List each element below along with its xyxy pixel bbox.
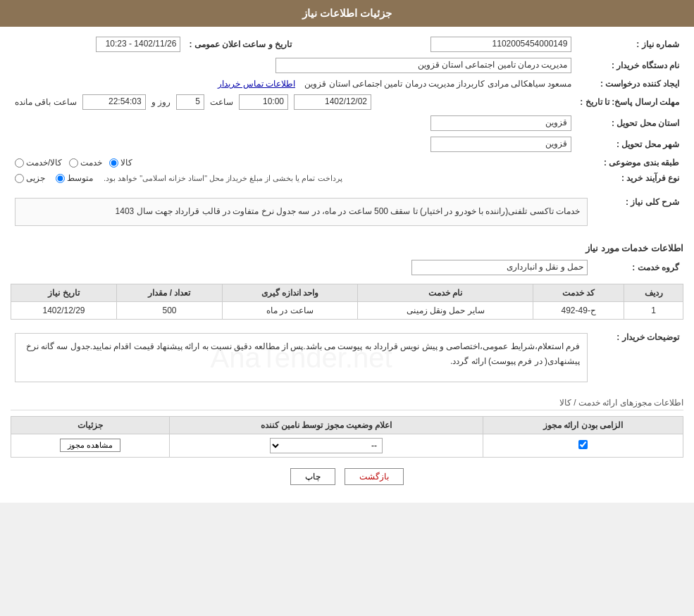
and-label: روز و — [151, 97, 171, 107]
row-shomare-tarikh: شماره نیاز : 1102005454000149 تاریخ و سا… — [11, 34, 683, 55]
tabaqe-label: طبقه بندی موضوعی : — [576, 155, 683, 170]
nam-dastgah-label: نام دستگاه خریدار : — [576, 55, 683, 76]
remaining-input: 22:54:03 — [82, 94, 146, 110]
cell-vahedAndaze: ساعت در ماه — [222, 301, 357, 319]
sharh-niaz-table: شرح کلی نیاز : خدمات تاکسی تلفنی(راننده … — [11, 191, 683, 236]
services-table: ردیف کد خدمت نام خدمت واحد اندازه گیری ت… — [11, 284, 683, 320]
tarikh-elaan-label: تاریخ و ساعت اعلان عمومی : — [185, 34, 296, 55]
shomare-niaz-value: 1102005454000149 — [296, 34, 576, 55]
ostan-input: قزوین — [430, 115, 571, 131]
remaining-label: ساعت باقی مانده — [15, 97, 77, 107]
nam-dastgah-input: مدیریت درمان تامین اجتماعی استان قزوین — [275, 58, 571, 73]
back-button[interactable]: بازگشت — [345, 468, 404, 485]
view-permit-button[interactable]: مشاهده مجوز — [60, 439, 120, 452]
nam-dastgah-value: مدیریت درمان تامین اجتماعی استان قزوین — [11, 55, 576, 76]
permits-table-body: --مشاهده مجوز — [11, 434, 683, 457]
row-mohlat-ersal: مهلت ارسال پاسخ: تا تاریخ : ساعت باقی ما… — [11, 92, 683, 113]
permits-header-row: الزامی بودن ارائه مجوز اعلام وضعیت مجوز … — [11, 416, 683, 434]
page-header: جزئیات اطلاعات نیاز — [0, 0, 694, 27]
ijad-konande-value: مسعود سیاهکالی مرادی کاربرداز مدیریت درم… — [11, 76, 576, 92]
services-table-head: ردیف کد خدمت نام خدمت واحد اندازه گیری ت… — [11, 284, 683, 301]
cell-tedadMeqdar: 500 — [117, 301, 223, 319]
col-joziyat: جزئیات — [11, 416, 170, 434]
radio-kala-khedmat: کالا/خدمت — [15, 158, 62, 168]
radio-motavasset-input[interactable] — [56, 174, 65, 183]
col-elzam: الزامی بودن ارائه مجوز — [483, 416, 683, 434]
mohlat-ersal-value: ساعت باقی مانده 22:54:03 روز و 5 ساعت 10… — [11, 92, 576, 113]
services-table-body: 1ح-49-492سایر حمل ونقل زمینیساعت در ماه5… — [11, 301, 683, 319]
khedmat-section-title: اطلاعات خدمات مورد نیاز — [11, 243, 683, 253]
table-row: 1ح-49-492سایر حمل ونقل زمینیساعت در ماه5… — [11, 301, 683, 319]
row-ijad-konande: ایجاد کننده درخواست : مسعود سیاهکالی مرا… — [11, 76, 683, 92]
tosiyat-box: AnaTender.net فرم استعلام،شرایط عمومی،اخ… — [15, 333, 588, 382]
cell-joziyat: مشاهده مجوز — [11, 434, 170, 457]
tabaqe-radio-group: کالا/خدمت خدمت کالا — [15, 158, 571, 168]
row-nam-dastgah: نام دستگاه خریدار : مدیریت درمان تامین ا… — [11, 55, 683, 76]
radio-jozi-input[interactable] — [15, 174, 24, 183]
page-content: شماره نیاز : 1102005454000149 تاریخ و سا… — [0, 27, 694, 503]
noe-farayand-value: جزیی متوسط پرداخت تمام یا بخشی از مبلغ خ… — [11, 170, 576, 186]
time-label: ساعت — [210, 97, 233, 107]
radio-khedmat-label: خدمت — [80, 158, 102, 168]
row-sharh-niaz: شرح کلی نیاز : خدمات تاکسی تلفنی(راننده … — [11, 191, 683, 236]
tarikh-elaan-value: 1402/11/26 - 10:23 — [11, 34, 185, 55]
watermark-text: AnaTender.net — [211, 332, 392, 383]
grohe-khedmat-label: گروه خدمت : — [592, 257, 683, 278]
row-shahr: شهر محل تحویل : قزوین — [11, 134, 683, 155]
tarikh-elaan-input: 1402/11/26 - 10:23 — [96, 37, 180, 52]
radio-jozi-label: جزیی — [26, 173, 45, 183]
grohe-khedmat-input: حمل و نقل و انبارداری — [411, 260, 588, 275]
radio-jozi: جزیی — [15, 173, 45, 183]
shomare-niaz-label: شماره نیاز : — [576, 34, 683, 55]
col-elam-vaziyat: اعلام وضعیت مجوز توسط نامین کننده — [170, 416, 483, 434]
elzam-checkbox[interactable] — [578, 440, 588, 449]
col-radif: ردیف — [624, 284, 683, 301]
tosiyat-text: فرم استعلام،شرایط عمومی،اختصاصی و پیش نو… — [26, 341, 580, 367]
col-vahed-andaze: واحد اندازه گیری — [222, 284, 357, 301]
ijad-konande-label: ایجاد کننده درخواست : — [576, 76, 683, 92]
page-title: جزئیات اطلاعات نیاز — [302, 7, 392, 19]
permits-table-head: الزامی بودن ارائه مجوز اعلام وضعیت مجوز … — [11, 416, 683, 434]
row-noe-farayand: نوع فرآیند خرید : جزیی متوسط پرداخت تمام… — [11, 170, 683, 186]
page-wrapper: جزئیات اطلاعات نیاز شماره نیاز : 1102005… — [0, 0, 694, 503]
col-tedad-meqdar: تعداد / مقدار — [117, 284, 223, 301]
sharh-niaz-text: خدمات تاکسی تلفنی(راننده با خودرو در اخت… — [116, 206, 580, 216]
shomare-niaz-input: 1102005454000149 — [430, 37, 571, 52]
radio-kala-khedmat-label: کالا/خدمت — [26, 158, 62, 168]
services-table-header-row: ردیف کد خدمت نام خدمت واحد اندازه گیری ت… — [11, 284, 683, 301]
col-nam-khedmat: نام خدمت — [357, 284, 533, 301]
cell-namKhedmat: سایر حمل ونقل زمینی — [357, 301, 533, 319]
date-input: 1402/12/02 — [294, 94, 371, 110]
cell-kodKhedmat: ح-49-492 — [533, 301, 624, 319]
sharh-niaz-box: خدمات تاکسی تلفنی(راننده با خودرو در اخت… — [15, 198, 588, 226]
tosiyat-table: توضیحات خریدار : AnaTender.net فرم استعل… — [11, 327, 683, 392]
permits-table: الزامی بودن ارائه مجوز اعلام وضعیت مجوز … — [11, 416, 683, 458]
farayand-note: پرداخت تمام یا بخشی از مبلغ خریداز محل "… — [104, 174, 342, 183]
radio-kala: کالا — [109, 158, 132, 168]
mohlat-ersal-label: مهلت ارسال پاسخ: تا تاریخ : — [576, 92, 683, 113]
radio-motavasset-label: متوسط — [67, 173, 93, 183]
shahr-value: قزوین — [11, 134, 576, 155]
ostan-label: استان محل تحویل : — [576, 113, 683, 134]
contact-info-link[interactable]: اطلاعات تماس خریدار — [218, 79, 295, 89]
permits-section-link: اطلاعات مجوزهای ارائه خدمت / کالا — [11, 398, 683, 410]
shahr-input: قزوین — [430, 137, 571, 152]
cell-tarikhNiaz: 1402/12/29 — [11, 301, 117, 319]
radio-kala-khedmat-input[interactable] — [15, 158, 24, 168]
noe-farayand-group: جزیی متوسط پرداخت تمام یا بخشی از مبلغ خ… — [15, 173, 571, 183]
ijad-konande-text: مسعود سیاهکالی مرادی کاربرداز مدیریت درم… — [304, 79, 571, 89]
radio-khedmat: خدمت — [69, 158, 102, 168]
row-grohe-khedmat: گروه خدمت : حمل و نقل و انبارداری — [11, 257, 683, 278]
row-ostan: استان محل تحویل : قزوین — [11, 113, 683, 134]
elam-vaziyat-select[interactable]: -- — [270, 438, 383, 453]
radio-kala-input[interactable] — [109, 158, 118, 168]
grohe-khedmat-value: حمل و نقل و انبارداری — [11, 257, 592, 278]
mohlat-fields: ساعت باقی مانده 22:54:03 روز و 5 ساعت 10… — [15, 94, 571, 110]
row-tabaqe: طبقه بندی موضوعی : کالا/خدمت خدمت کالا — [11, 155, 683, 170]
col-kod-khedmat: کد خدمت — [533, 284, 624, 301]
col-tarikh-niaz: تاریخ نیاز — [11, 284, 117, 301]
print-button[interactable]: چاپ — [290, 468, 335, 485]
row-tosiyat: توضیحات خریدار : AnaTender.net فرم استعل… — [11, 327, 683, 392]
shahr-label: شهر محل تحویل : — [576, 134, 683, 155]
radio-khedmat-input[interactable] — [69, 158, 78, 168]
